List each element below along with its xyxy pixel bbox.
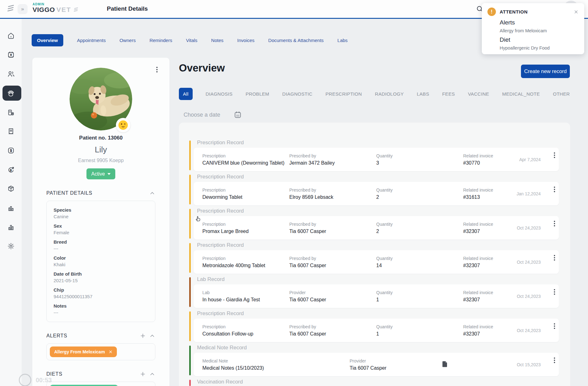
sidebar-item-invoices[interactable] (0, 123, 22, 140)
filter-prescription[interactable]: PRESCRIPTION (325, 91, 362, 97)
record-card[interactable]: Medical NoteMedical Notes (15/10/2023)Pr… (194, 353, 559, 376)
tab-appointments[interactable]: Appointments (77, 38, 106, 43)
collapse-chevron-up-icon[interactable] (149, 190, 155, 196)
tab-invoices[interactable]: Invoices (237, 38, 254, 43)
sidebar-expand-button[interactable]: » (18, 4, 28, 14)
sidebar-item-clients[interactable] (0, 66, 22, 82)
popup-close-icon[interactable] (574, 9, 579, 14)
record-field-value: Tia 6007 Casper (289, 229, 377, 234)
record-kebab-menu-icon[interactable] (554, 288, 555, 296)
svg-text:$: $ (10, 149, 12, 152)
filter-vaccine[interactable]: VACCINE (468, 91, 489, 97)
record-field-label: Quantity (376, 188, 463, 193)
status-dropdown-button[interactable]: Active (86, 168, 115, 179)
record-card[interactable]: PrescriptionMetronidazole 400mg TabletPr… (194, 250, 559, 274)
collapse-chevron-up-icon[interactable] (149, 333, 155, 339)
chip-remove-icon[interactable] (109, 350, 112, 354)
record-block: Prescription RecordPrescriptionCANIVERM … (189, 140, 559, 171)
filter-problem[interactable]: PROBLEM (246, 91, 269, 97)
record-card[interactable]: PrescriptionCANIVERM blue (Deworming Tab… (194, 148, 559, 171)
attention-popup: ! ATTENTION Alerts Allergy from Meloxica… (482, 3, 584, 54)
record-field-value: 2 (376, 229, 463, 234)
filter-radiology[interactable]: RADIOLOGY (375, 91, 404, 97)
filter-diagnosis[interactable]: DIAGNOSIS (206, 91, 232, 97)
field-label: Species (54, 207, 148, 213)
add-diet-plus-icon[interactable] (140, 371, 146, 377)
sidebar-item-patients[interactable] (0, 85, 22, 101)
app-logo-icon (7, 4, 15, 16)
filter-diagnostic[interactable]: DIAGNOSTIC (282, 91, 312, 97)
field-label: Notes (54, 303, 148, 309)
filter-other[interactable]: OTHER (553, 91, 570, 97)
mood-badge[interactable] (116, 118, 130, 132)
sidebar-item-payments[interactable]: $ (0, 142, 22, 159)
record-date: Jan 12,2024 (517, 191, 541, 196)
record-date: Oct 24,2023 (517, 294, 541, 299)
field-label: Sex (54, 223, 148, 229)
tab-reminders[interactable]: Reminders (149, 38, 172, 43)
sidebar-item-inventory[interactable] (0, 181, 22, 197)
record-field-value: Tia 6007 Casper (289, 331, 377, 337)
record-block: Lab RecordLabIn house - Giardia Ag TestP… (189, 276, 559, 308)
filter-labs[interactable]: LABS (417, 91, 429, 97)
patient-details-heading: PATIENT DETAILS (46, 190, 149, 196)
collapse-chevron-up-icon[interactable] (149, 371, 155, 377)
record-columns: LabIn house - Giardia Ag TestProviderTia… (202, 290, 550, 303)
add-alert-plus-icon[interactable] (140, 333, 146, 339)
sidebar-item-statistics[interactable] (0, 219, 22, 235)
record-card[interactable]: PrescriptionPromax Large BreedPrescribed… (194, 216, 559, 240)
record-column-quantity: Quantity3 (376, 153, 463, 166)
record-color-bar (189, 209, 191, 239)
page-title: Patient Details (107, 5, 148, 12)
patient-panel-kebab-menu-icon[interactable] (156, 66, 158, 73)
record-field-label: Prescribed by (289, 324, 377, 329)
record-kebab-menu-icon[interactable] (554, 254, 555, 262)
tab-vitals[interactable]: Vitals (186, 38, 197, 43)
filter-all[interactable]: All (179, 88, 193, 100)
sidebar-item-clinic[interactable] (0, 104, 22, 120)
tab-notes[interactable]: Notes (211, 38, 223, 43)
brand-logo: ADMIN VIGGO VET (33, 3, 80, 13)
record-color-bar (189, 277, 191, 307)
record-type-label: Prescription Record (197, 242, 559, 248)
tab-overview[interactable]: Overview (32, 34, 63, 46)
create-new-record-button[interactable]: Create new record (521, 65, 570, 78)
file-icon (442, 361, 448, 369)
patient-photo[interactable] (70, 68, 132, 130)
field-value: Khaki (54, 262, 148, 267)
record-date: Oct 24,2023 (517, 328, 541, 333)
date-picker-calendar-icon[interactable] (233, 110, 242, 119)
record-column-lab: LabIn house - Giardia Ag Test (202, 290, 289, 303)
record-kebab-menu-icon[interactable] (554, 357, 555, 364)
smiley-face-icon (118, 120, 128, 130)
tab-owners[interactable]: Owners (119, 38, 136, 43)
record-block: Prescription RecordPrescriptionConsultat… (189, 310, 559, 342)
record-card[interactable]: LabIn house - Giardia Ag TestProviderTia… (194, 284, 559, 308)
sidebar-nav: 8 $ $ (0, 19, 22, 386)
record-block: Medical Note RecordMedical NoteMedical N… (189, 345, 559, 376)
record-kebab-menu-icon[interactable] (554, 186, 555, 193)
record-column-prescription: PrescriptionCANIVERM blue (Deworming Tab… (202, 153, 289, 166)
record-kebab-menu-icon[interactable] (554, 220, 555, 227)
record-column-prescribed-by: Prescribed byJermain 3472 Bailey (289, 153, 377, 166)
record-column-quantity: Quantity1 (376, 290, 463, 303)
record-card[interactable]: PrescriptionConsultation Follow-upPrescr… (194, 319, 559, 342)
sidebar-item-home[interactable] (0, 28, 22, 44)
tab-labs[interactable]: Labs (337, 38, 348, 43)
detail-field-color: ColorKhaki (54, 255, 148, 267)
sidebar-item-transactions[interactable]: $ (0, 161, 22, 178)
sidebar-item-calendar[interactable]: 8 (0, 47, 22, 63)
paw-icon (7, 89, 15, 98)
detail-field-notes: Notes--- (54, 303, 148, 315)
filter-fees[interactable]: FEES (442, 91, 455, 97)
date-input[interactable]: Choose a date (184, 112, 220, 118)
record-kebab-menu-icon[interactable] (554, 151, 555, 159)
tab-documents-attachments[interactable]: Documents & Attachments (268, 38, 324, 43)
record-kebab-menu-icon[interactable] (554, 322, 555, 330)
detail-field-breed: Breed--- (54, 239, 148, 251)
sidebar-item-settings[interactable] (0, 238, 22, 254)
filter-medical-note[interactable]: MEDICAL_NOTE (502, 91, 540, 97)
record-card[interactable]: PrescriptionDeworming TabletPrescribed b… (194, 182, 559, 205)
record-field-value: 3 (376, 160, 463, 166)
sidebar-item-reports[interactable] (0, 200, 22, 216)
